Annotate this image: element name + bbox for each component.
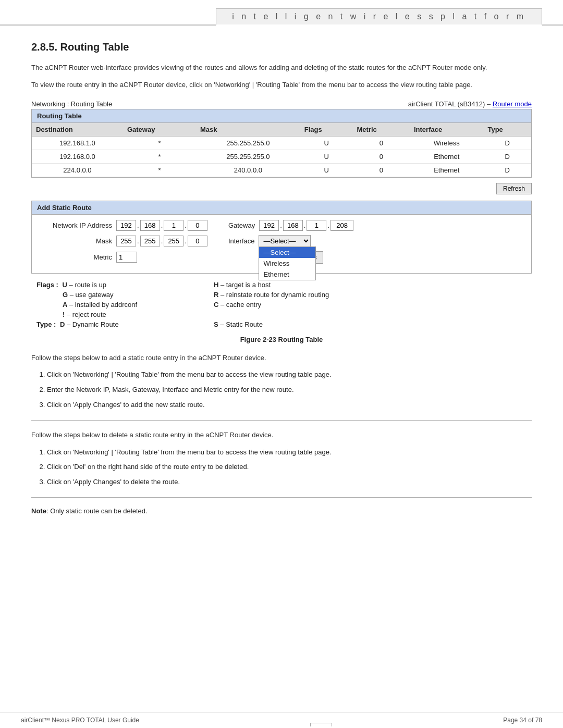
static-route-form: Network IP Address . . . Gateway . — [32, 215, 531, 273]
networking-label: Networking : Routing Table — [31, 100, 112, 108]
cell-1-6: D — [483, 150, 531, 163]
add-steps-list: Click on 'Networking' | 'Routing Table' … — [47, 369, 532, 410]
table-header-row: Destination Gateway Mask Flags Metric In… — [32, 123, 531, 137]
ip-dot-4: . — [280, 221, 282, 229]
cell-0-5: Wireless — [410, 136, 484, 150]
flag-a-key: A — [63, 301, 67, 309]
network-ip-octet-4[interactable] — [188, 220, 207, 231]
dropdown-wireless-option[interactable]: Wireless — [259, 258, 315, 269]
add-static-route-title: Add Static Route — [32, 201, 531, 215]
flag-excl-key: ! — [63, 311, 65, 318]
mask-octet-4[interactable] — [188, 236, 207, 246]
cell-2-2: 240.0.0.0 — [196, 163, 300, 177]
routing-table-title: Routing Table — [32, 109, 531, 123]
col-flags: Flags — [300, 123, 353, 137]
flag-g-key: G — [63, 291, 68, 299]
dropdown-select-option[interactable]: —Select— — [259, 247, 315, 258]
network-ip-octet-3[interactable] — [164, 220, 183, 231]
ip-dot-9: . — [185, 237, 187, 245]
cell-1-1: * — [123, 150, 196, 163]
mask-octet-2[interactable] — [140, 236, 160, 246]
figure-caption: Figure 2-23 Routing Table — [31, 336, 532, 343]
interface-dropdown-popup[interactable]: —Select— Wireless Ethernet — [259, 246, 316, 280]
network-ip-octet-2[interactable] — [140, 220, 160, 231]
delete-step-3: Click on 'Apply Changes' to delete the r… — [47, 477, 532, 488]
flags-left-4: ! – reject route — [36, 311, 214, 318]
cell-0-4: 0 — [353, 136, 410, 150]
delete-steps-intro: Follow the steps below to delete a stati… — [31, 430, 532, 441]
routing-table: Destination Gateway Mask Flags Metric In… — [32, 123, 531, 177]
gateway-ip-octet-4[interactable] — [331, 220, 353, 231]
air-client-info: airClient TOTAL (sB3412) – Router mode — [408, 100, 532, 108]
cell-0-3: U — [300, 136, 353, 150]
cell-0-1: * — [123, 136, 196, 150]
dropdown-ethernet-option[interactable]: Ethernet — [259, 269, 315, 280]
note-text: Only static route can be deleted. — [50, 507, 147, 515]
network-ip-octet-1[interactable] — [116, 220, 136, 231]
note-label: Note — [31, 507, 46, 515]
gateway-section: Gateway . . . — [228, 220, 353, 231]
flags-right-1: H – target is a host — [214, 281, 527, 289]
flags-row-4: ! – reject route — [36, 311, 527, 318]
intro-para-1: The aCNPT Router web-interface provides … — [31, 63, 532, 73]
ip-dot-3: . — [185, 221, 187, 229]
cell-1-3: U — [300, 150, 353, 163]
cell-0-2: 255.255.255.0 — [196, 136, 300, 150]
gateway-ip-octet-1[interactable] — [259, 220, 279, 231]
cell-2-3: U — [300, 163, 353, 177]
footer-left: airClient™ Nexus PRO TOTAL User Guide — [21, 717, 139, 724]
header-title: i n t e l l i g e n t w i r e l e s s p … — [216, 8, 542, 26]
add-static-route-box: Add Static Route Network IP Address . . … — [31, 201, 532, 274]
flags-row-2: G – use gateway R – reinstate route for … — [36, 291, 527, 299]
flag-c-key: C — [214, 301, 218, 309]
network-ip-group: . . . — [116, 220, 207, 231]
flags-row-1: Flags : U – route is up H – target is a … — [36, 281, 527, 289]
mask-octet-3[interactable] — [164, 236, 183, 246]
type-s-key: S — [214, 320, 218, 328]
network-ip-label: Network IP Address — [39, 221, 112, 229]
refresh-row: Refresh — [31, 183, 532, 194]
flag-u-key: U — [63, 281, 67, 289]
add-step-1: Click on 'Networking' | 'Routing Table' … — [47, 369, 532, 380]
ip-dot-6: . — [327, 221, 329, 229]
interface-dropdown-container: —Select— Wireless Ethernet —Select— Wire… — [259, 235, 311, 247]
col-destination: Destination — [32, 123, 123, 137]
cell-1-4: 0 — [353, 150, 410, 163]
interface-section: Interface —Select— Wireless Ethernet —Se… — [228, 235, 311, 247]
gateway-ip-group: . . . — [259, 220, 353, 231]
router-mode-link[interactable]: Router mode — [493, 100, 532, 108]
flags-left-2: G – use gateway — [36, 291, 214, 299]
cell-1-0: 192.168.0.0 — [32, 150, 123, 163]
note-row: Note: Only static route can be deleted. — [31, 507, 532, 515]
interface-select[interactable]: —Select— Wireless Ethernet — [259, 235, 311, 247]
ip-dot-2: . — [161, 221, 163, 229]
metric-input[interactable] — [116, 252, 137, 263]
cell-1-5: Ethernet — [410, 150, 484, 163]
delete-steps-list: Click on 'Networking' | 'Routing Table' … — [47, 447, 532, 488]
form-row-network-ip: Network IP Address . . . Gateway . — [39, 220, 524, 231]
cell-2-0: 224.0.0.0 — [32, 163, 123, 177]
intro-para-2: To view the route entry in the aCNPT Rou… — [31, 80, 532, 91]
cell-2-4: 0 — [353, 163, 410, 177]
gateway-ip-octet-2[interactable] — [283, 220, 303, 231]
gateway-ip-octet-3[interactable] — [307, 220, 326, 231]
refresh-button[interactable]: Refresh — [496, 183, 532, 194]
flags-right-4 — [214, 311, 527, 318]
mask-ip-group: . . . — [116, 236, 207, 246]
table-row: 192.168.1.0*255.255.255.0U0WirelessD — [32, 136, 531, 150]
delete-step-1: Click on 'Networking' | 'Routing Table' … — [47, 447, 532, 458]
flags-right-3: C – cache entry — [214, 301, 527, 309]
type-right: S – Static Route — [214, 320, 527, 328]
form-row-mask: Mask . . . Interface —Select— Wireles — [39, 235, 524, 247]
ip-dot-5: . — [304, 221, 306, 229]
footer-right: Page 34 of 78 — [503, 717, 542, 724]
metric-label: Metric — [39, 253, 112, 261]
ip-dot-8: . — [161, 237, 163, 245]
type-row: Type : D – Dynamic Route S – Static Rout… — [36, 320, 527, 328]
flag-h-key: H — [214, 281, 218, 289]
page-header: i n t e l l i g e n t w i r e l e s s p … — [0, 0, 563, 26]
page-footer: airClient™ Nexus PRO TOTAL User Guide Pa… — [0, 712, 563, 728]
routing-table-box: Routing Table Destination Gateway Mask F… — [31, 109, 532, 178]
add-step-2: Enter the Network IP, Mask, Gateway, Int… — [47, 385, 532, 396]
mask-octet-1[interactable] — [116, 236, 136, 246]
